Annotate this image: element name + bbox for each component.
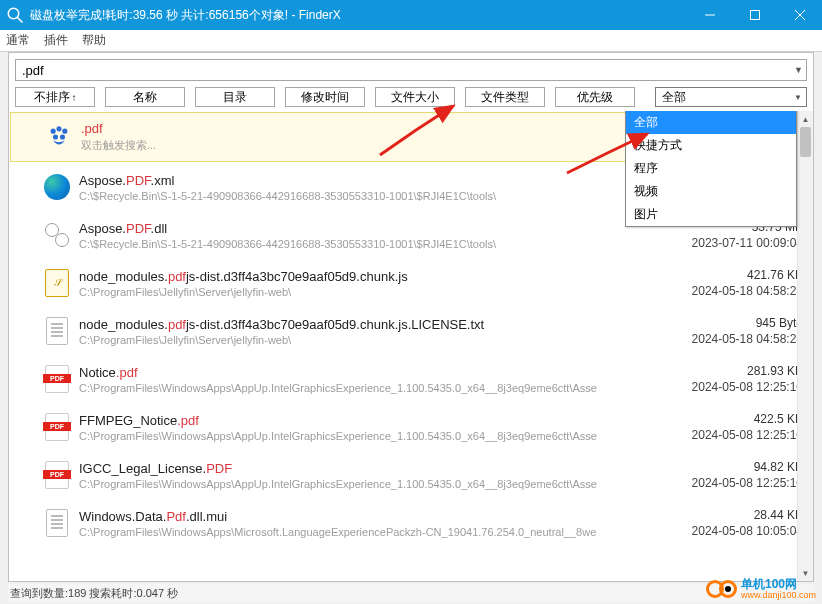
file-size: 94.82 KB [623, 460, 803, 474]
menu-plugin[interactable]: 插件 [44, 32, 68, 49]
svg-point-0 [8, 8, 19, 19]
file-icon [45, 123, 73, 151]
file-date: 2023-07-11 00:09:04 [623, 236, 803, 250]
file-icon [43, 221, 71, 249]
file-icon [43, 317, 71, 345]
scroll-thumb[interactable] [800, 127, 811, 157]
file-name: node_modules.pdfjs-dist.d3ff4a3bc70e9aaf… [79, 317, 623, 332]
file-meta: 422.5 KB2024-05-08 12:25:10 [623, 412, 803, 442]
file-date: 2024-05-18 04:58:28 [623, 284, 803, 298]
maximize-button[interactable] [732, 0, 777, 30]
file-meta: 945 Byte2024-05-18 04:58:28 [623, 316, 803, 346]
file-path: C:\ProgramFiles\Jellyfin\Server\jellyfin… [79, 286, 623, 298]
file-icon [43, 173, 71, 201]
svg-point-6 [51, 129, 56, 134]
scroll-up-icon[interactable]: ▲ [798, 111, 813, 127]
header-name[interactable]: 名称 [105, 87, 185, 107]
titlebar: 磁盘枚举完成!耗时:39.56 秒 共计:656156个对象! - Finder… [0, 0, 822, 30]
filter-option[interactable]: 全部 [626, 111, 796, 134]
file-path: C:\ProgramFiles\WindowsApps\AppUp.IntelG… [79, 382, 623, 394]
svg-point-9 [53, 134, 58, 139]
watermark-name: 单机100网 [741, 578, 816, 590]
file-name: Aspose.PDF.dll [79, 221, 623, 236]
file-name: IGCC_Legal_License.PDF [79, 461, 623, 476]
search-input[interactable] [15, 59, 807, 81]
filter-option[interactable]: 快捷方式 [626, 134, 796, 157]
type-filter-select[interactable]: 全部 [655, 87, 807, 107]
vertical-scrollbar[interactable]: ▲ ▼ [797, 111, 813, 581]
svg-point-8 [62, 129, 67, 134]
file-icon [43, 413, 71, 441]
header-ftype[interactable]: 文件类型 [465, 87, 545, 107]
file-meta: 421.76 KB2024-05-18 04:58:28 [623, 268, 803, 298]
header-dir[interactable]: 目录 [195, 87, 275, 107]
filter-option[interactable]: 程序 [626, 157, 796, 180]
file-row[interactable]: 𝒮 node_modules.pdfjs-dist.d3ff4a3bc70e9a… [9, 259, 813, 307]
file-row[interactable]: FFMPEG_Notice.pdf C:\ProgramFiles\Window… [9, 403, 813, 451]
file-row[interactable]: Notice.pdf C:\ProgramFiles\WindowsApps\A… [9, 355, 813, 403]
file-date: 2024-05-18 04:58:28 [623, 332, 803, 346]
file-path: C:\ProgramFiles\Jellyfin\Server\jellyfin… [79, 334, 623, 346]
type-filter-dropdown[interactable]: 全部 快捷方式 程序 视频 图片 [625, 111, 797, 227]
file-path: 双击触发搜索... [81, 138, 621, 153]
svg-point-10 [60, 134, 65, 139]
watermark-url: www.danji100.com [741, 590, 816, 600]
file-size: 281.93 KB [623, 364, 803, 378]
file-name: Notice.pdf [79, 365, 623, 380]
file-row[interactable]: Windows.Data.Pdf.dll.mui C:\ProgramFiles… [9, 499, 813, 547]
file-date: 2024-05-08 12:25:10 [623, 476, 803, 490]
svg-line-1 [17, 17, 22, 22]
file-path: C:\ProgramFiles\WindowsApps\Microsoft.La… [79, 526, 623, 538]
file-name: Aspose.PDF.xml [79, 173, 623, 188]
file-date: 2024-05-08 12:25:10 [623, 380, 803, 394]
header-size[interactable]: 文件大小 [375, 87, 455, 107]
status-bar: 查询到数量:189 搜索耗时:0.047 秒 [8, 584, 814, 602]
svg-point-7 [56, 126, 61, 131]
file-path: C:\ProgramFiles\WindowsApps\AppUp.IntelG… [79, 478, 623, 490]
file-meta: 94.82 KB2024-05-08 12:25:10 [623, 460, 803, 490]
file-size: 421.76 KB [623, 268, 803, 282]
menubar: 通常 插件 帮助 [0, 30, 822, 52]
minimize-button[interactable] [687, 0, 732, 30]
filter-option[interactable]: 图片 [626, 203, 796, 226]
file-size: 945 Byte [623, 316, 803, 330]
filter-option[interactable]: 视频 [626, 180, 796, 203]
status-text: 查询到数量:189 搜索耗时:0.047 秒 [10, 586, 178, 601]
file-path: C:\ProgramFiles\WindowsApps\AppUp.IntelG… [79, 430, 623, 442]
sort-button[interactable]: 不排序 [15, 87, 95, 107]
file-row[interactable]: IGCC_Legal_License.PDF C:\ProgramFiles\W… [9, 451, 813, 499]
header-priority[interactable]: 优先级 [555, 87, 635, 107]
watermark: 单机100网 www.danji100.com [706, 578, 816, 600]
file-size: 422.5 KB [623, 412, 803, 426]
file-icon: 𝒮 [43, 269, 71, 297]
file-icon [43, 461, 71, 489]
file-path: C:\$Recycle.Bin\S-1-5-21-490908366-44291… [79, 238, 623, 250]
svg-rect-3 [750, 11, 759, 20]
watermark-logo-icon [706, 580, 737, 598]
file-meta: 281.93 KB2024-05-08 12:25:10 [623, 364, 803, 394]
app-icon [6, 6, 24, 24]
file-meta: 28.44 KB2024-05-08 10:05:04 [623, 508, 803, 538]
file-size: 28.44 KB [623, 508, 803, 522]
file-date: 2024-05-08 10:05:04 [623, 524, 803, 538]
header-mtime[interactable]: 修改时间 [285, 87, 365, 107]
file-name: node_modules.pdfjs-dist.d3ff4a3bc70e9aaf… [79, 269, 623, 284]
file-row[interactable]: node_modules.pdfjs-dist.d3ff4a3bc70e9aaf… [9, 307, 813, 355]
file-path: C:\$Recycle.Bin\S-1-5-21-490908366-44291… [79, 190, 623, 202]
file-name: Windows.Data.Pdf.dll.mui [79, 509, 623, 524]
window-title: 磁盘枚举完成!耗时:39.56 秒 共计:656156个对象! - Finder… [30, 7, 687, 24]
file-icon [43, 509, 71, 537]
file-name: FFMPEG_Notice.pdf [79, 413, 623, 428]
file-name: .pdf [81, 121, 621, 136]
menu-help[interactable]: 帮助 [82, 32, 106, 49]
content-panel: ▼ 不排序 名称 目录 修改时间 文件大小 文件类型 优先级 全部 .pdf 双… [8, 52, 814, 582]
close-button[interactable] [777, 0, 822, 30]
menu-normal[interactable]: 通常 [6, 32, 30, 49]
file-date: 2024-05-08 12:25:10 [623, 428, 803, 442]
column-headers: 不排序 名称 目录 修改时间 文件大小 文件类型 优先级 全部 [9, 87, 813, 111]
file-icon [43, 365, 71, 393]
